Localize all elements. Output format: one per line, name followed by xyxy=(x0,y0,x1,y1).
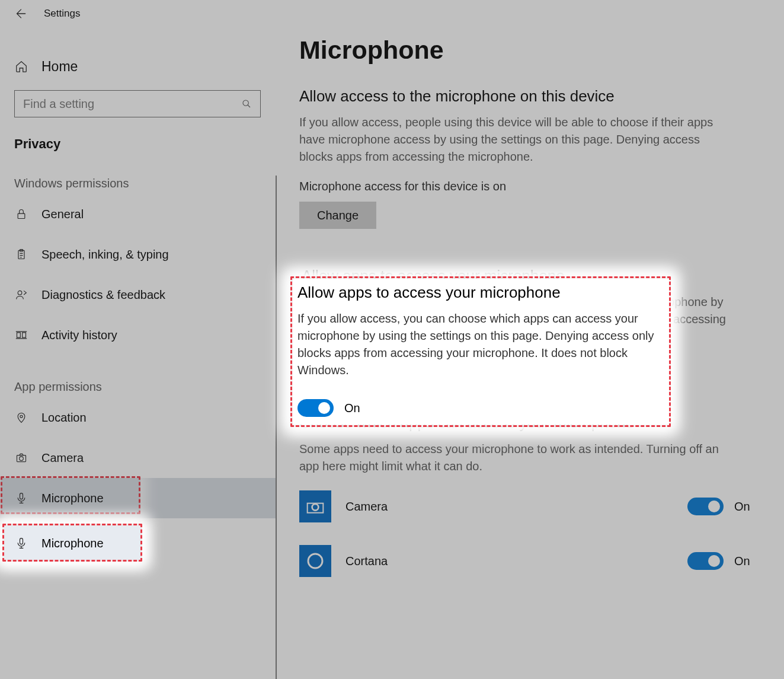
sidebar-item-microphone-overlay-copy: Microphone xyxy=(4,525,142,561)
app-list: Camera On Cortana On xyxy=(299,489,761,578)
search-input[interactable] xyxy=(23,97,241,111)
svg-point-9 xyxy=(20,457,24,461)
app-row-camera: Camera On xyxy=(299,489,761,524)
section-device-access: Allow access to the microphone on this d… xyxy=(299,87,761,261)
apps-access-toggle-row: On xyxy=(297,399,665,417)
lock-icon xyxy=(14,207,28,221)
device-access-body: If you allow access, people using this d… xyxy=(299,114,726,165)
app-name: Camera xyxy=(345,500,687,514)
page-title: Microphone xyxy=(299,36,761,65)
search-icon xyxy=(241,98,252,109)
svg-rect-10 xyxy=(20,493,23,499)
app-camera-toggle[interactable] xyxy=(687,498,724,515)
sidebar-item-label: General xyxy=(41,208,84,221)
apps-access-toggle-label: On xyxy=(344,401,360,415)
microphone-icon xyxy=(14,536,28,550)
app-name: Cortana xyxy=(345,554,687,568)
sidebar-item-label: Diagnostics & feedback xyxy=(41,288,165,302)
sidebar-item-home[interactable]: Home xyxy=(0,50,277,83)
app-cortana-icon xyxy=(299,545,331,577)
window-title: Settings xyxy=(44,8,80,20)
sidebar-item-label: Speech, inking, & typing xyxy=(41,248,169,262)
microphone-icon xyxy=(14,491,28,505)
sidebar: Settings Home Privacy Windows permission… xyxy=(0,0,277,679)
svg-point-13 xyxy=(313,505,318,509)
feedback-icon xyxy=(14,288,28,302)
sidebar-item-label: Microphone xyxy=(41,537,104,550)
timeline-icon xyxy=(14,328,28,342)
device-access-heading: Allow access to the microphone on this d… xyxy=(299,87,761,106)
home-label: Home xyxy=(41,59,78,75)
sidebar-group-app-permissions: App permissions xyxy=(0,380,277,394)
sidebar-group-windows-permissions: Windows permissions xyxy=(0,177,277,190)
home-icon xyxy=(14,59,28,74)
change-button[interactable]: Change xyxy=(299,202,376,229)
svg-point-7 xyxy=(20,415,23,417)
search-box[interactable] xyxy=(14,90,261,117)
apps-access-toggle[interactable] xyxy=(297,399,334,417)
location-icon xyxy=(14,410,28,425)
app-cortana-toggle[interactable] xyxy=(687,552,724,570)
clipboard-icon xyxy=(14,247,28,262)
section-choose-apps: Choose which apps can access your microp… xyxy=(299,414,761,578)
window-header: Settings xyxy=(0,0,277,27)
sidebar-item-speech[interactable]: Speech, inking, & typing xyxy=(0,234,277,275)
sidebar-item-label: Microphone xyxy=(41,492,104,505)
svg-point-15 xyxy=(308,554,322,568)
device-access-status: Microphone access for this device is on xyxy=(299,180,761,193)
back-button[interactable] xyxy=(13,7,27,21)
sidebar-item-activity-history[interactable]: Activity history xyxy=(0,315,277,355)
settings-window: Settings Home Privacy Windows permission… xyxy=(0,0,784,679)
apps-access-body: If you allow access, you can choose whic… xyxy=(297,310,665,379)
app-cortana-state: On xyxy=(734,554,761,568)
sidebar-item-location[interactable]: Location xyxy=(0,397,277,438)
apps-access-heading: Allow apps to access your microphone xyxy=(297,283,665,302)
sidebar-item-label: Camera xyxy=(41,451,84,465)
sidebar-item-camera[interactable]: Camera xyxy=(0,438,277,478)
search-row xyxy=(0,83,277,117)
svg-rect-5 xyxy=(17,333,21,337)
svg-rect-1 xyxy=(18,213,25,218)
sidebar-item-diagnostics[interactable]: Diagnostics & feedback xyxy=(0,275,277,315)
sidebar-item-label: Activity history xyxy=(41,329,117,342)
apps-access-overlay-copy: Allow apps to access your microphone If … xyxy=(293,279,670,425)
svg-rect-6 xyxy=(23,333,26,337)
sidebar-item-general[interactable]: General xyxy=(0,194,277,234)
choose-apps-body: Some apps need to access your microphone… xyxy=(299,441,726,475)
svg-point-4 xyxy=(18,291,22,295)
app-camera-state: On xyxy=(734,500,761,514)
sidebar-section-privacy: Privacy xyxy=(0,136,277,152)
camera-icon xyxy=(14,451,28,465)
svg-rect-16 xyxy=(20,538,23,544)
sidebar-item-microphone[interactable]: Microphone xyxy=(0,478,277,518)
sidebar-item-label: Location xyxy=(41,411,87,425)
svg-point-0 xyxy=(243,100,248,106)
app-camera-icon xyxy=(299,490,331,522)
app-row-cortana: Cortana On xyxy=(299,544,761,578)
